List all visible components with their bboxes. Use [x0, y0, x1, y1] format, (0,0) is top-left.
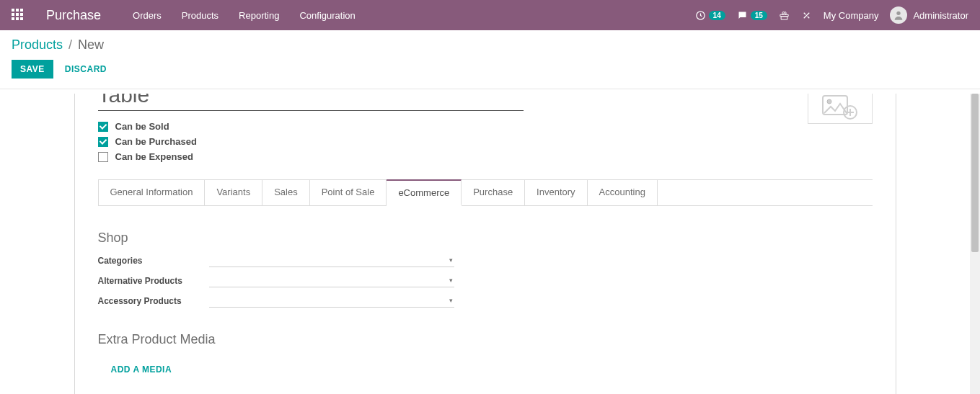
svg-rect-1 [16, 9, 19, 12]
image-uploader[interactable] [808, 94, 873, 124]
tab-purchase[interactable]: Purchase [462, 180, 525, 206]
product-name-input[interactable] [98, 94, 524, 111]
apps-icon[interactable] [12, 9, 25, 22]
tab-strip: General Information Variants Sales Point… [98, 179, 873, 206]
breadcrumb-parent[interactable]: Products [12, 37, 63, 53]
section-shop-heading: Shop [98, 230, 873, 246]
user-name: Administrator [913, 10, 968, 21]
nav-item-products[interactable]: Products [182, 10, 218, 21]
product-flags: Can be Sold Can be Purchased Can be Expe… [98, 121, 873, 162]
breadcrumb-separator: / [69, 37, 72, 53]
svg-rect-7 [16, 17, 19, 20]
categories-select[interactable]: ▾ [209, 254, 454, 267]
tab-spacer [658, 180, 873, 206]
add-media-button[interactable]: ADD A MEDIA [111, 364, 172, 375]
tab-variants[interactable]: Variants [205, 180, 262, 206]
svg-rect-8 [20, 17, 23, 20]
company-switcher[interactable]: My Company [824, 10, 879, 21]
svg-point-10 [897, 12, 901, 15]
avatar [890, 6, 907, 24]
svg-rect-0 [12, 9, 14, 12]
chevron-down-icon: ▾ [449, 277, 453, 284]
can-be-purchased-label: Can be Purchased [115, 136, 197, 147]
can-be-expensed-label: Can be Expensed [115, 151, 193, 162]
alternative-products-label: Alternative Products [98, 276, 209, 286]
tab-sales[interactable]: Sales [262, 180, 310, 206]
categories-label: Categories [98, 256, 209, 266]
nav-item-configuration[interactable]: Configuration [299, 10, 355, 21]
chevron-down-icon: ▾ [449, 256, 453, 264]
accessory-products-label: Accessory Products [98, 296, 209, 306]
form-sheet: Can be Sold Can be Purchased Can be Expe… [74, 94, 896, 394]
breadcrumb: Products / New [12, 37, 968, 53]
discard-button[interactable]: DISCARD [65, 64, 107, 74]
section-extra-media-heading: Extra Product Media [98, 332, 873, 347]
vertical-scrollbar-thumb[interactable] [971, 94, 979, 252]
tab-ecommerce[interactable]: eCommerce [387, 179, 462, 205]
accessory-products-select[interactable]: ▾ [209, 295, 454, 308]
svg-rect-6 [12, 17, 14, 20]
tab-accounting[interactable]: Accounting [588, 180, 658, 206]
image-placeholder-icon [822, 95, 858, 121]
nav-menu: Orders Products Reporting Configuration [133, 10, 695, 21]
can-be-purchased-checkbox[interactable] [98, 137, 108, 147]
nav-right: 14 15 My Company Administrator [695, 6, 968, 24]
tab-general-information[interactable]: General Information [98, 180, 206, 206]
messages-count: 15 [751, 11, 767, 20]
can-be-sold-checkbox[interactable] [98, 122, 108, 132]
svg-rect-3 [12, 13, 14, 16]
main-scroll[interactable]: Can be Sold Can be Purchased Can be Expe… [0, 94, 970, 394]
nav-item-orders[interactable]: Orders [133, 10, 162, 21]
can-be-sold-label: Can be Sold [115, 121, 169, 132]
svg-rect-5 [20, 13, 23, 16]
svg-rect-2 [20, 9, 23, 12]
tab-point-of-sale[interactable]: Point of Sale [310, 180, 387, 206]
user-menu[interactable]: Administrator [890, 6, 968, 24]
tab-inventory[interactable]: Inventory [525, 180, 587, 206]
gift-icon[interactable] [779, 10, 790, 21]
chat-icon [737, 10, 748, 21]
activity-count: 14 [709, 11, 725, 20]
svg-rect-4 [16, 13, 19, 16]
action-buttons: SAVE DISCARD [12, 60, 968, 79]
can-be-expensed-checkbox[interactable] [98, 152, 108, 162]
breadcrumb-current: New [78, 37, 104, 53]
tools-icon[interactable] [801, 10, 812, 21]
app-brand[interactable]: Purchase [46, 8, 101, 23]
top-navbar: Purchase Orders Products Reporting Confi… [0, 0, 980, 30]
clock-icon [695, 10, 706, 21]
save-button[interactable]: SAVE [12, 60, 53, 79]
control-bar: Products / New SAVE DISCARD [0, 30, 980, 89]
user-icon [893, 9, 904, 21]
activity-indicator[interactable]: 14 [695, 10, 725, 21]
messages-indicator[interactable]: 15 [737, 10, 767, 21]
nav-item-reporting[interactable]: Reporting [239, 10, 279, 21]
chevron-down-icon: ▾ [449, 297, 453, 304]
alternative-products-select[interactable]: ▾ [209, 274, 454, 287]
svg-point-12 [827, 99, 831, 104]
